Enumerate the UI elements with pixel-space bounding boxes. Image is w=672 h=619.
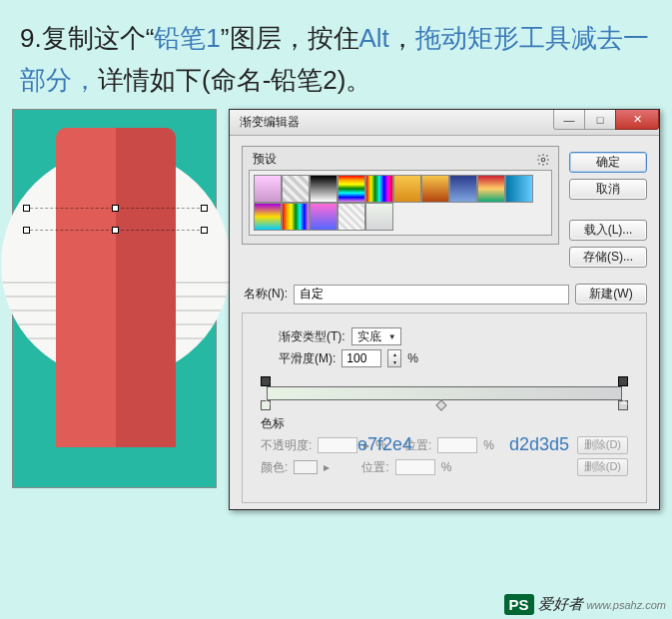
smooth-input[interactable] (341, 349, 381, 367)
color-stop-right[interactable] (618, 400, 628, 410)
svg-point-0 (541, 158, 545, 162)
maximize-button[interactable]: □ (584, 110, 616, 130)
name-label: 名称(N): (244, 286, 288, 303)
load-button[interactable]: 载入(L)... (569, 220, 647, 241)
color-swatch[interactable] (294, 460, 318, 474)
stops-section-label: 色标 (261, 415, 636, 432)
minimize-button[interactable]: — (553, 110, 585, 130)
preset-swatches[interactable] (249, 170, 552, 236)
gradient-track[interactable] (267, 386, 622, 400)
save-button[interactable]: 存储(S)... (569, 247, 647, 268)
instruction-text: 9.复制这个“铅笔1”图层，按住Alt，拖动矩形工具减去一部分，详情如下(命名-… (0, 0, 672, 109)
preset-label: 预设 (253, 151, 277, 168)
preset-panel: 预设 (242, 146, 559, 245)
grad-type-select[interactable]: 实底 (351, 327, 401, 345)
watermark: PS 爱好者 www.psahz.com (504, 594, 667, 615)
handle-tr[interactable] (201, 205, 208, 212)
name-input[interactable] (294, 285, 569, 305)
color-pos-input[interactable] (395, 459, 435, 475)
canvas-preview (12, 109, 217, 488)
midpoint-marker[interactable] (435, 400, 446, 411)
opacity-input[interactable] (318, 437, 357, 453)
opacity-stop-left[interactable] (261, 376, 271, 386)
dialog-title: 渐变编辑器 (240, 114, 300, 131)
color-delete-button[interactable]: 删除(D) (577, 458, 628, 476)
gradient-bar[interactable] (259, 379, 630, 407)
ok-button[interactable]: 确定 (569, 152, 647, 173)
color-annotation-2: d2d3d5 (509, 434, 569, 455)
handle-br[interactable] (201, 227, 208, 234)
close-button[interactable]: ✕ (615, 110, 659, 130)
handle-tl[interactable] (23, 205, 30, 212)
handle-tm[interactable] (112, 205, 119, 212)
pencil-shape (56, 128, 176, 447)
grad-type-label: 渐变类型(T): (279, 328, 345, 345)
color-stop-left[interactable] (261, 400, 271, 410)
opacity-stop-right[interactable] (618, 376, 628, 386)
new-button[interactable]: 新建(W) (575, 284, 647, 305)
dialog-titlebar[interactable]: 渐变编辑器 — □ ✕ (230, 110, 659, 136)
handle-bm[interactable] (112, 227, 119, 234)
color-annotation-1: e7f2e4 (357, 434, 412, 455)
smooth-label: 平滑度(M): (279, 350, 336, 367)
opacity-stop-row: 不透明度: ▸% 位置: % 删除(D) (261, 436, 628, 454)
gradient-group: 渐变类型(T): 实底 平滑度(M): ▴▾ % 色标 不透明度: (242, 312, 647, 503)
smooth-spinner[interactable]: ▴▾ (387, 349, 401, 367)
cancel-button[interactable]: 取消 (569, 179, 647, 200)
handle-bl[interactable] (23, 227, 30, 234)
gear-icon[interactable] (536, 153, 550, 167)
opacity-pos-input[interactable] (437, 437, 477, 453)
gradient-editor-dialog: 渐变编辑器 — □ ✕ 预设 (229, 109, 660, 510)
color-stop-row: 颜色: ▸ 位置: % 删除(D) (261, 458, 628, 476)
opacity-delete-button[interactable]: 删除(D) (577, 436, 628, 454)
